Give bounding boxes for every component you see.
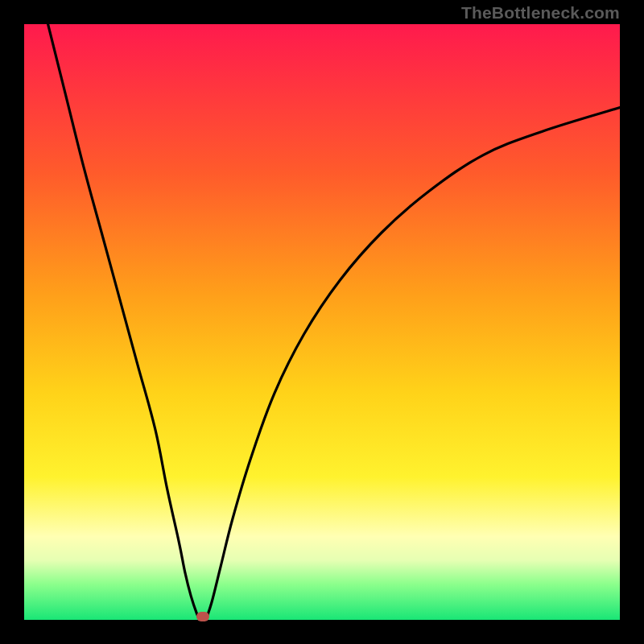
chart-container: TheBottleneck.com [0,0,644,644]
curve-svg [24,24,620,620]
curve-left [48,24,200,620]
watermark-text: TheBottleneck.com [461,3,620,23]
curve-right [206,108,620,620]
plot-frame [24,24,620,620]
minimum-marker [196,612,209,621]
